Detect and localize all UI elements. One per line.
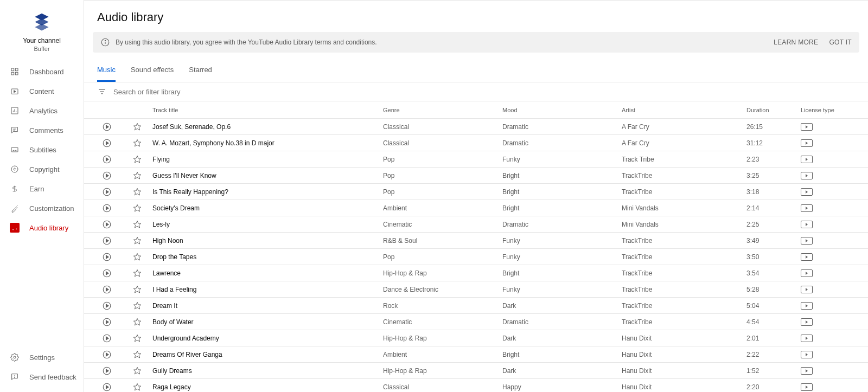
th-duration[interactable]: Duration xyxy=(746,107,801,113)
star-button[interactable] xyxy=(122,301,152,310)
notice-bar: By using this audio library, you agree w… xyxy=(93,32,859,53)
learn-more-button[interactable]: LEARN MORE xyxy=(774,38,818,46)
star-button[interactable] xyxy=(122,155,152,164)
cell-license[interactable] xyxy=(801,269,868,277)
play-button[interactable] xyxy=(92,155,122,164)
info-icon xyxy=(100,37,110,47)
cell-genre: Classical xyxy=(383,139,502,147)
star-button[interactable] xyxy=(122,367,152,375)
star-button[interactable] xyxy=(122,334,152,343)
play-button[interactable] xyxy=(92,333,122,343)
star-button[interactable] xyxy=(122,253,152,261)
play-button[interactable] xyxy=(92,301,122,311)
sidebar-item-earn[interactable]: Earn xyxy=(0,179,84,198)
svg-marker-29 xyxy=(106,125,109,128)
sidebar-item-customization[interactable]: Customization xyxy=(0,198,84,218)
filter-icon[interactable] xyxy=(97,87,107,97)
sidebar-item-content[interactable]: Content xyxy=(0,81,84,101)
star-button[interactable] xyxy=(122,171,152,180)
cell-license[interactable] xyxy=(801,367,868,375)
license-icon xyxy=(801,302,813,310)
play-button[interactable] xyxy=(92,203,122,213)
svg-marker-44 xyxy=(106,207,109,210)
sidebar-item-copyright[interactable]: Copyright xyxy=(0,159,84,179)
star-button[interactable] xyxy=(122,123,152,131)
cell-title: Body of Water xyxy=(152,318,383,326)
got-it-button[interactable]: GOT IT xyxy=(829,38,852,46)
play-button[interactable] xyxy=(92,317,122,327)
svg-marker-72 xyxy=(133,351,141,358)
th-title[interactable]: Track title xyxy=(152,107,383,113)
star-button[interactable] xyxy=(122,139,152,147)
cell-license[interactable] xyxy=(801,123,868,131)
cell-license[interactable] xyxy=(801,188,868,196)
star-button[interactable] xyxy=(122,204,152,213)
star-button[interactable] xyxy=(122,220,152,229)
cell-license[interactable] xyxy=(801,286,868,293)
play-button[interactable] xyxy=(92,382,122,392)
license-icon xyxy=(801,253,813,261)
sidebar-item-comments[interactable]: Comments xyxy=(0,120,84,140)
sidebar-item-analytics[interactable]: Analytics xyxy=(0,101,84,120)
cell-license[interactable] xyxy=(801,383,868,391)
star-button[interactable] xyxy=(122,350,152,359)
cell-genre: Pop xyxy=(383,156,502,163)
cell-mood: Dark xyxy=(502,302,622,310)
cell-license[interactable] xyxy=(801,204,868,212)
star-button[interactable] xyxy=(122,285,152,294)
sidebar-item-label: Dashboard xyxy=(29,68,64,76)
play-button[interactable] xyxy=(92,187,122,197)
play-button[interactable] xyxy=(92,350,122,359)
tab-starred[interactable]: Starred xyxy=(189,60,212,82)
th-license[interactable]: License type xyxy=(801,107,868,113)
sidebar-item-settings[interactable]: Settings xyxy=(0,348,84,367)
cell-license[interactable] xyxy=(801,139,868,147)
cell-license[interactable] xyxy=(801,302,868,310)
cell-license[interactable] xyxy=(801,351,868,358)
table-row: Josef Suk, Serenade, Op.6 Classical Dram… xyxy=(84,119,868,135)
play-button[interactable] xyxy=(92,236,122,246)
cell-license[interactable] xyxy=(801,237,868,245)
cell-license[interactable] xyxy=(801,221,868,228)
cell-license[interactable] xyxy=(801,335,868,342)
sidebar-item-subtitles[interactable]: Subtitles xyxy=(0,140,84,159)
star-button[interactable] xyxy=(122,188,152,196)
play-button[interactable] xyxy=(92,171,122,181)
cell-title: W. A. Mozart, Symphony No.38 in D major xyxy=(152,139,383,147)
cell-mood: Funky xyxy=(502,156,622,163)
cell-artist: TrackTribe xyxy=(622,318,746,326)
main: Audio library By using this audio librar… xyxy=(84,0,868,392)
tab-sound-effects[interactable]: Sound effects xyxy=(131,60,174,82)
play-button[interactable] xyxy=(92,122,122,132)
cell-license[interactable] xyxy=(801,172,868,179)
star-button[interactable] xyxy=(122,318,152,326)
channel-logo-icon[interactable] xyxy=(31,11,52,31)
sidebar-item-dashboard[interactable]: Dashboard xyxy=(0,62,84,81)
tab-music[interactable]: Music xyxy=(97,60,116,82)
sidebar-item-audio-library[interactable]: Audio library xyxy=(0,218,84,237)
star-button[interactable] xyxy=(122,236,152,245)
play-button[interactable] xyxy=(92,268,122,278)
star-button[interactable] xyxy=(122,269,152,278)
sidebar-item-feedback[interactable]: Send feedback xyxy=(0,367,84,387)
th-artist[interactable]: Artist xyxy=(622,107,746,113)
cell-license[interactable] xyxy=(801,156,868,163)
star-button[interactable] xyxy=(122,383,152,391)
play-button[interactable] xyxy=(92,366,122,376)
play-button[interactable] xyxy=(92,138,122,148)
svg-marker-77 xyxy=(106,385,109,389)
th-genre[interactable]: Genre xyxy=(383,107,502,113)
license-icon xyxy=(801,139,813,147)
svg-marker-63 xyxy=(133,302,141,309)
table-body: Josef Suk, Serenade, Op.6 Classical Dram… xyxy=(84,119,868,392)
cell-license[interactable] xyxy=(801,318,868,326)
search-input[interactable] xyxy=(113,88,855,96)
svg-marker-62 xyxy=(106,304,109,307)
cell-duration: 3:54 xyxy=(746,269,801,277)
play-button[interactable] xyxy=(92,285,122,294)
th-mood[interactable]: Mood xyxy=(502,107,622,113)
cell-license[interactable] xyxy=(801,253,868,261)
svg-marker-66 xyxy=(133,318,141,325)
play-button[interactable] xyxy=(92,220,122,229)
play-button[interactable] xyxy=(92,252,122,262)
